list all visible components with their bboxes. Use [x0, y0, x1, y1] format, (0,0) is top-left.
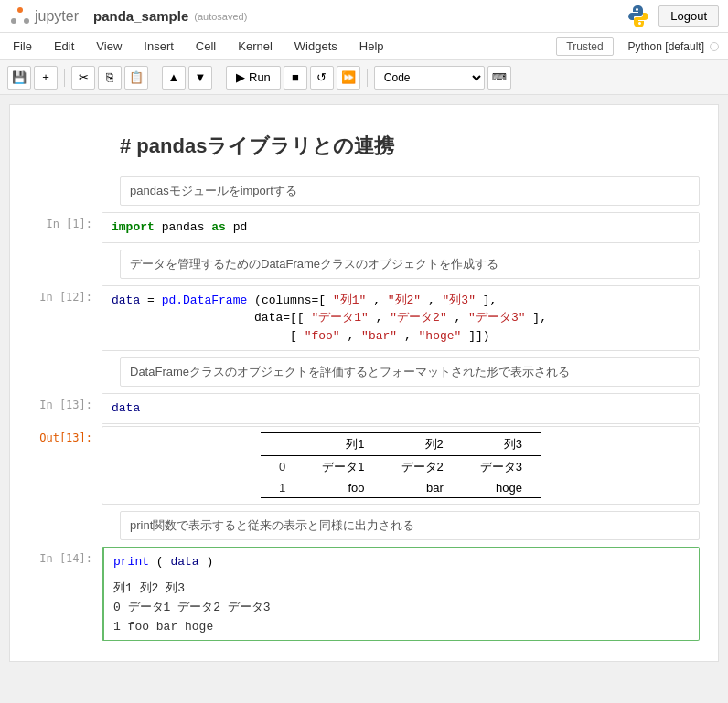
save-button[interactable]: 💾: [7, 66, 31, 90]
c4: ,: [404, 329, 419, 343]
print-args: (: [156, 555, 164, 569]
notebook-area: # pandasライブラリとの連携 pandasモジュールをimportする I…: [10, 123, 718, 641]
str-d3: "データ3": [468, 311, 525, 325]
str-d2: "データ2": [390, 311, 446, 325]
menu-edit[interactable]: Edit: [50, 37, 78, 55]
comma2: ,: [428, 293, 443, 307]
cell-type-select[interactable]: Code Markdown Raw NBConvert: [374, 66, 485, 90]
autosaved-text: (autosaved): [194, 11, 247, 22]
header-right: Logout: [626, 4, 719, 29]
str-col2: "列2": [388, 293, 421, 307]
notebook-title: # pandasライブラリとの連携: [120, 133, 700, 160]
comment-text-2: データを管理するためのDataFrameクラスのオブジェクトを作成する: [130, 257, 498, 271]
print-data-var: data: [170, 555, 198, 569]
comment-text-1: pandasモジュールをimportする: [130, 184, 297, 197]
code-data-var: data: [112, 401, 140, 415]
cell-row-in12: In [12]: data = pd.DataFrame (columns=[ …: [10, 285, 718, 352]
row1-c1: foo: [304, 478, 382, 498]
func-pd: pd.DataFrame: [162, 293, 248, 307]
run-button[interactable]: ▶ Run: [226, 66, 281, 90]
cell-row-in14: In [14]: print ( data ) 列1 列2 列3 0 データ1 …: [10, 547, 718, 642]
header: jupyter panda_sample (autosaved) Logout: [0, 0, 728, 33]
code-line-2: data=[[ "データ1" , "データ2" , "データ3" ],: [112, 309, 690, 327]
str-bar: "bar": [361, 329, 397, 343]
col-idx-header: [261, 432, 304, 455]
comment-box-3: DataFrameクラスのオブジェクトを評価するとフォーマットされた形で表示され…: [120, 357, 700, 387]
cell-code-in13: data: [102, 394, 699, 423]
str-col3: "列3": [443, 293, 476, 307]
trusted-badge: Trusted: [556, 37, 613, 56]
cell-content-in12[interactable]: data = pd.DataFrame (columns=[ "列1" , "列…: [102, 285, 700, 352]
output-table-area: 列1 列2 列3 0 データ1 データ2 データ3: [102, 427, 699, 504]
kernel-name: Python [default]: [628, 40, 704, 53]
col1-header: 列1: [304, 432, 382, 455]
logout-button[interactable]: Logout: [658, 5, 719, 27]
print-output: 列1 列2 列3 0 データ1 データ2 データ3 1 foo bar hoge: [104, 576, 699, 640]
comment-text-3: DataFrameクラスのオブジェクトを評価するとフォーマットされた形で表示され…: [130, 365, 570, 378]
comment-text-4: print関数で表示すると従来の表示と同様に出力される: [130, 518, 414, 532]
notebook-name[interactable]: panda_sample: [93, 8, 188, 24]
cell-label-in1: In [1]:: [10, 212, 102, 230]
str-hoge: "hoge": [419, 329, 462, 343]
output-line-3: 1 foo bar hoge: [113, 618, 690, 637]
comment-cell-2: データを管理するためのDataFrameクラスのオブジェクトを作成する: [10, 246, 718, 282]
move-down-button[interactable]: ▼: [188, 66, 212, 90]
cut-button[interactable]: ✂: [71, 66, 95, 90]
menubar: File Edit View Insert Cell Kernel Widget…: [0, 33, 728, 60]
cell-content-out13: 列1 列2 列3 0 データ1 データ2 データ3: [102, 426, 700, 505]
eq: =: [147, 293, 162, 307]
title-cell: # pandasライブラリとの連携: [10, 123, 718, 169]
row0-c2: データ2: [383, 455, 462, 478]
col3-header: 列3: [462, 432, 541, 455]
kw-import: import: [112, 220, 155, 234]
output-line-1: 列1 列2 列3: [113, 580, 690, 599]
separator-1: [64, 69, 65, 87]
separator-3: [219, 69, 219, 87]
menu-widgets[interactable]: Widgets: [291, 37, 341, 55]
svg-point-0: [17, 7, 23, 13]
menu-insert[interactable]: Insert: [140, 37, 177, 55]
col2-header: 列2: [383, 432, 462, 455]
move-up-button[interactable]: ▲: [162, 66, 186, 90]
var-data: data: [112, 293, 140, 307]
cell-content-in14[interactable]: print ( data ) 列1 列2 列3 0 データ1 データ2 データ3…: [102, 547, 700, 642]
jupyter-logo-icon: [9, 5, 31, 27]
kernel-status-circle: [710, 42, 719, 51]
separator-4: [367, 69, 368, 87]
comment-cell-1: pandasモジュールをimportする: [10, 173, 718, 209]
cell-code-in1: import pandas as pd: [102, 213, 699, 242]
rb1: ],: [483, 293, 498, 307]
jupyter-logo: jupyter: [9, 5, 86, 27]
paste-button[interactable]: 📋: [124, 66, 148, 90]
code-line-1: data = pd.DataFrame (columns=[ "列1" , "列…: [112, 292, 690, 310]
cell-row-in1: In [1]: import pandas as pd: [10, 212, 718, 243]
code-line-3: [ "foo" , "bar" , "hoge" ]]): [112, 327, 690, 346]
row1-c3: hoge: [462, 478, 541, 498]
stop-button[interactable]: ■: [284, 66, 307, 90]
cell-label-out13: Out[13]:: [10, 426, 102, 444]
row1-c2: bar: [383, 478, 462, 498]
cell-content-in1[interactable]: import pandas as pd: [102, 212, 700, 243]
menu-file[interactable]: File: [9, 37, 36, 55]
menu-kernel[interactable]: Kernel: [234, 37, 276, 55]
row0-c3: データ3: [462, 455, 541, 478]
add-cell-button[interactable]: +: [34, 66, 58, 90]
keyboard-button[interactable]: ⌨: [487, 66, 511, 90]
svg-point-2: [24, 18, 29, 24]
restart-run-button[interactable]: ⏩: [337, 66, 360, 90]
lp: (columns=[: [254, 293, 326, 307]
kernel-info: Python [default]: [628, 40, 719, 53]
menu-view[interactable]: View: [92, 37, 125, 55]
restart-button[interactable]: ↺: [310, 66, 334, 90]
cell-row-in13: In [13]: data: [10, 393, 718, 424]
jupyter-text: jupyter: [35, 8, 79, 25]
indent3: [: [112, 329, 297, 343]
c3: ,: [347, 329, 361, 343]
menu-help[interactable]: Help: [356, 37, 388, 55]
c2: ,: [455, 311, 469, 325]
menu-cell[interactable]: Cell: [192, 37, 219, 55]
copy-button[interactable]: ⎘: [98, 66, 122, 90]
cell-content-in13[interactable]: data: [102, 393, 700, 424]
toolbar: 💾 + ✂ ⎘ 📋 ▲ ▼ ▶ Run ■ ↺ ⏩ Code Markdown …: [0, 60, 728, 95]
row1-idx: 1: [261, 478, 304, 498]
